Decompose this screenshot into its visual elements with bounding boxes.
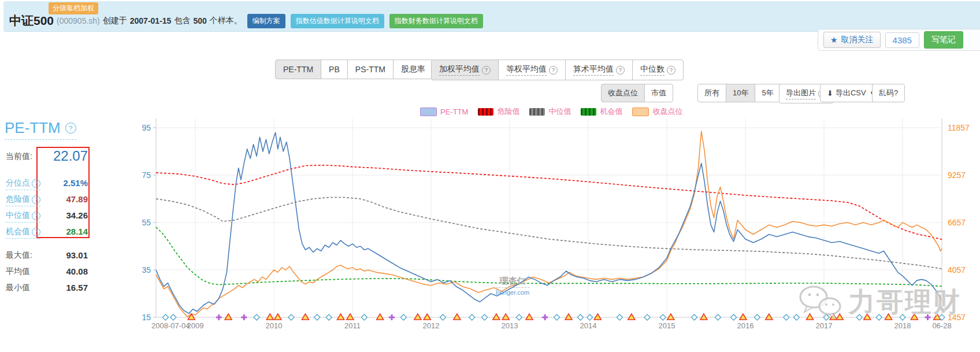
legend-pe-ttm[interactable]: PE-TTM: [420, 108, 468, 116]
svg-text:2017: 2017: [816, 321, 833, 330]
tab-market-cap[interactable]: 市值: [644, 84, 673, 102]
average-tab-group: 加权平均值? 等权平均值? 算术平均值? 中位数?: [431, 60, 684, 80]
percentile-label[interactable]: 分位点?: [6, 178, 40, 190]
median-value: 34.26: [46, 210, 88, 220]
percentile-value: 2.51%: [46, 178, 88, 188]
valuation-doc-button[interactable]: 指数估值数据计算说明文档: [291, 14, 384, 28]
svg-text:9257: 9257: [948, 171, 966, 180]
svg-text:2018: 2018: [894, 321, 911, 330]
min-row: 最小值 16.57: [6, 283, 30, 293]
legend-danger[interactable]: 危险值: [478, 106, 519, 117]
overlay-tab-group: 收盘点位 市值: [601, 84, 673, 102]
index-title-line: 中证500 (000905.sh) 创建于 2007-01-15 包含500个样…: [9, 13, 483, 29]
created-prefix: 创建于: [103, 16, 127, 26]
max-value: 93.01: [46, 250, 88, 260]
finance-doc-button[interactable]: 指数财务数据计算说明文档: [389, 14, 483, 28]
tab-ps-ttm[interactable]: PS-TTM: [347, 60, 394, 79]
avg-label: 平均值: [6, 266, 30, 277]
range-10y[interactable]: 10年: [726, 84, 755, 102]
contains-suffix: 个样本。: [210, 16, 242, 26]
help-icon[interactable]: ?: [549, 66, 558, 75]
metric-tab-group: PE-TTM PB PS-TTM 股息率: [275, 60, 433, 79]
danger-label[interactable]: 危险值?: [6, 194, 40, 206]
max-label: 最大值:: [6, 250, 32, 261]
chance-swatch-icon: [581, 108, 596, 116]
chart-canvas[interactable]: 2009201020112012201320142015201620172018…: [133, 104, 977, 347]
svg-text:2016: 2016: [737, 321, 754, 330]
avg-row: 平均值 40.08: [6, 266, 30, 277]
created-date: 2007-01-15: [130, 16, 172, 25]
chart-legend: PE-TTM 危险值 中位值 机会值 收盘点位: [420, 106, 682, 117]
svg-text:2014: 2014: [580, 321, 597, 330]
danger-value: 47.89: [46, 194, 88, 204]
svg-text:11857: 11857: [948, 123, 970, 132]
svg-text:15: 15: [142, 313, 151, 322]
median-label[interactable]: 中位值?: [6, 210, 40, 223]
tab-close-price[interactable]: 收盘点位: [601, 84, 645, 102]
svg-text:1457: 1457: [948, 313, 966, 322]
chance-label[interactable]: 机会值?: [6, 227, 40, 239]
garbled-group: 乱码?: [872, 84, 905, 102]
current-label: 当前值:: [6, 151, 32, 162]
svg-text:2015: 2015: [659, 321, 675, 330]
median-swatch-icon: [529, 108, 545, 116]
unfollow-button[interactable]: ★ 取消关注: [823, 32, 881, 48]
tab-equal-weight-average[interactable]: 等权平均值?: [498, 60, 566, 80]
index-header-banner: 分级靠档加权 中证500 (000905.sh) 创建于 2007-01-15 …: [3, 1, 980, 32]
svg-text:2008-07-04: 2008-07-04: [151, 321, 190, 330]
median-row: 中位值? 34.26: [6, 210, 40, 223]
legend-chance[interactable]: 机会值: [581, 106, 622, 117]
write-note-button[interactable]: 写笔记: [924, 31, 963, 49]
valuation-chart[interactable]: 2009201020112012201320142015201620172018…: [133, 104, 977, 347]
current-value-row: 当前值: 22.07: [6, 151, 32, 162]
range-5y[interactable]: 5年: [755, 84, 780, 102]
svg-text:75: 75: [142, 171, 151, 180]
min-label: 最小值: [6, 283, 30, 293]
tab-arithmetic-average[interactable]: 算术平均值?: [565, 60, 633, 80]
stats-title: PE-TTM ?: [5, 119, 76, 140]
tab-median[interactable]: 中位数?: [632, 60, 684, 80]
help-icon: ?: [32, 179, 40, 188]
legend-close-price[interactable]: 收盘点位: [632, 106, 682, 117]
current-value: 22.07: [46, 148, 88, 164]
close-price-swatch-icon: [632, 108, 649, 116]
svg-text:4057: 4057: [948, 265, 966, 275]
follow-count[interactable]: 4385: [885, 32, 919, 48]
svg-text:2012: 2012: [423, 321, 440, 330]
star-icon: ★: [830, 35, 838, 45]
tab-pe-ttm[interactable]: PE-TTM: [275, 60, 321, 79]
svg-text:6657: 6657: [948, 218, 966, 227]
help-icon[interactable]: ?: [616, 66, 625, 75]
svg-text:2010: 2010: [266, 321, 283, 330]
index-code: (000905.sh): [57, 16, 100, 25]
svg-text:2013: 2013: [502, 321, 518, 330]
avg-value: 40.08: [46, 266, 88, 276]
tab-dividend-yield[interactable]: 股息率: [393, 60, 433, 79]
chance-value: 28.14: [46, 227, 88, 236]
tab-weighted-average[interactable]: 加权平均值?: [431, 60, 499, 80]
svg-text:2011: 2011: [344, 321, 361, 330]
help-icon[interactable]: ?: [667, 66, 675, 75]
compilation-plan-button[interactable]: 编制方案: [247, 14, 285, 28]
help-icon[interactable]: ?: [65, 123, 76, 134]
index-name: 中证500: [9, 13, 54, 29]
contains-prefix: 包含: [174, 16, 190, 26]
help-icon: ?: [32, 228, 40, 236]
garbled-button[interactable]: 乱码?: [872, 84, 905, 102]
svg-text:06-28: 06-28: [932, 321, 951, 330]
range-all[interactable]: 所有: [697, 84, 726, 102]
tab-pb[interactable]: PB: [321, 60, 348, 79]
lixinger-valuation-page: 分级靠档加权 中证500 (000905.sh) 创建于 2007-01-15 …: [0, 0, 980, 352]
legend-median[interactable]: 中位值: [529, 106, 571, 117]
help-icon: ?: [32, 212, 40, 220]
pe-ttm-swatch-icon: [420, 108, 437, 116]
danger-row: 危险值? 47.89: [6, 194, 40, 206]
download-icon: ⬇: [827, 90, 833, 97]
svg-text:35: 35: [142, 265, 151, 275]
help-icon: ?: [32, 195, 40, 204]
unfollow-label: 取消关注: [841, 35, 874, 45]
chance-row: 机会值? 28.14: [6, 227, 40, 239]
help-icon[interactable]: ?: [482, 66, 491, 75]
svg-text:55: 55: [142, 218, 151, 227]
danger-swatch-icon: [478, 108, 493, 116]
